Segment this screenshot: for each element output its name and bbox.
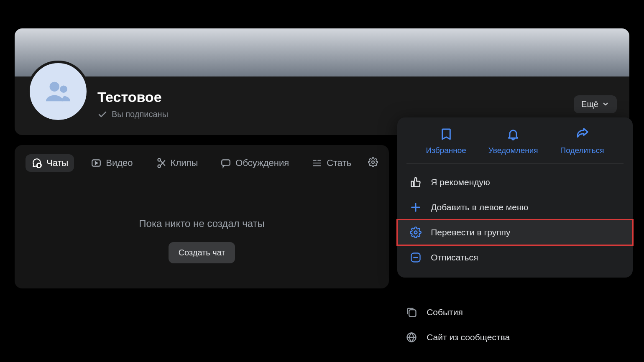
tab-label: Чаты [46, 158, 68, 168]
page-title: Тестовое [97, 89, 168, 105]
dropdown-add-left-menu[interactable]: Добавить в левое меню [397, 195, 633, 220]
svg-rect-11 [409, 310, 416, 316]
svg-point-0 [50, 82, 59, 92]
tab-articles[interactable]: Стать [306, 154, 357, 172]
tab-label: Стать [327, 158, 351, 168]
tab-discussions[interactable]: Обсуждения [215, 154, 295, 172]
check-icon [97, 110, 107, 120]
clips-icon [156, 158, 166, 168]
thumbs-up-icon [410, 176, 422, 188]
dropdown-convert-group[interactable]: Перевести в группу [397, 220, 633, 245]
square-stack-icon [406, 306, 417, 318]
dropdown-notifications[interactable]: Уведомления [488, 127, 538, 155]
more-button[interactable]: Ещё [574, 95, 617, 113]
globe-icon [406, 331, 417, 343]
sidebar-item-label: События [427, 307, 463, 317]
gear-icon [410, 227, 422, 238]
subscribed-status: Вы подписаны [97, 110, 168, 120]
tabs-settings-button[interactable] [368, 157, 378, 169]
minus-square-icon [410, 252, 422, 263]
svg-marker-4 [95, 162, 97, 165]
tab-label: Видео [106, 158, 133, 168]
tabs: Чаты Видео Клипы Обсуждения Стать [26, 154, 378, 172]
dropdown-top-label: Уведомления [488, 146, 538, 155]
dropdown-top-label: Поделиться [560, 146, 604, 155]
svg-point-9 [414, 231, 417, 234]
dropdown-favorites[interactable]: Избранное [426, 127, 466, 155]
bookmark-icon [440, 127, 453, 141]
chevron-down-icon [602, 100, 609, 108]
article-icon [312, 158, 322, 168]
tab-label: Обсуждения [235, 158, 289, 168]
empty-state: Пока никто не создал чаты Создать чат [26, 218, 378, 263]
dropdown-item-label: Отписаться [431, 252, 478, 263]
plus-icon [410, 201, 422, 213]
sidebar-item-label: Сайт из сообщества [427, 332, 510, 342]
more-dropdown: Избранное Уведомления Поделиться Я реком… [397, 117, 633, 278]
subscribed-label: Вы подписаны [112, 110, 168, 119]
discussion-icon [220, 158, 231, 168]
tab-label: Клипы [171, 158, 198, 168]
group-icon [43, 77, 73, 106]
dropdown-item-label: Добавить в левое меню [431, 202, 528, 212]
dropdown-item-label: Перевести в группу [431, 227, 510, 237]
svg-point-8 [372, 161, 374, 163]
cover-image [15, 28, 629, 76]
avatar[interactable] [27, 61, 89, 122]
gear-icon [368, 157, 378, 167]
dropdown-share[interactable]: Поделиться [560, 127, 604, 155]
svg-point-1 [60, 85, 67, 93]
more-label: Ещё [581, 99, 598, 109]
tab-clips[interactable]: Клипы [150, 154, 204, 172]
share-icon [575, 127, 589, 141]
tab-chats[interactable]: Чаты [26, 154, 74, 172]
create-chat-button[interactable]: Создать чат [169, 242, 235, 263]
svg-rect-7 [222, 160, 230, 165]
sidebar-site[interactable]: Сайт из сообщества [397, 325, 629, 350]
dropdown-recommend[interactable]: Я рекомендую [397, 170, 633, 195]
chat-icon [31, 158, 42, 168]
tab-video[interactable]: Видео [85, 154, 138, 172]
dropdown-item-label: Я рекомендую [431, 177, 490, 187]
dropdown-unsubscribe[interactable]: Отписаться [397, 245, 633, 270]
bell-icon [506, 127, 520, 141]
content-card: Чаты Видео Клипы Обсуждения Стать [15, 145, 389, 288]
empty-text: Пока никто не создал чаты [26, 218, 378, 229]
sidebar-events[interactable]: События [397, 300, 629, 325]
dropdown-top-label: Избранное [426, 146, 466, 155]
video-icon [91, 158, 102, 168]
